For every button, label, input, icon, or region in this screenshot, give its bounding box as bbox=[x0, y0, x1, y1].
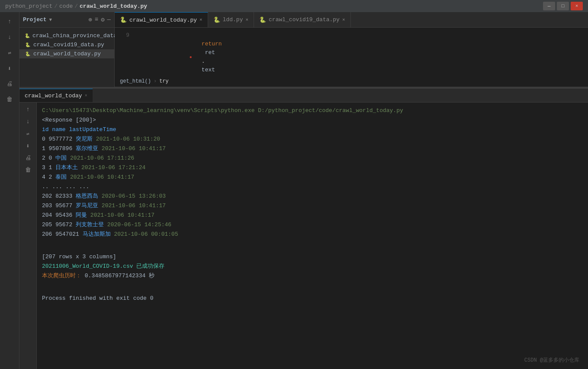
maximize-button[interactable]: □ bbox=[557, 2, 569, 10]
line-numbers: 9 bbox=[115, 28, 132, 76]
bc-try: try bbox=[159, 78, 169, 84]
data-row-0: 0 9577772 突尼斯 2021-10-06 10:31:20 bbox=[42, 135, 583, 144]
process-end-text: Process finished with exit code 0 bbox=[42, 295, 153, 302]
response-text: <Response [200]> bbox=[42, 117, 96, 123]
down-button[interactable]: ↓ bbox=[3, 31, 16, 43]
print-button[interactable]: 🖨 bbox=[3, 78, 16, 90]
up-button[interactable]: ↑ bbox=[3, 16, 16, 28]
data-row-1: 1 9507896 塞尔维亚 2021-10-06 10:41:17 bbox=[42, 144, 583, 154]
add-icon[interactable]: ⊕ bbox=[88, 16, 92, 23]
file-name-covid: crawl_covid19_data.py bbox=[33, 42, 104, 48]
close-button[interactable]: × bbox=[571, 2, 583, 10]
scroll-down-btn[interactable]: ↓ bbox=[22, 116, 34, 127]
file-item-world[interactable]: 🐍 crawl_world_today.py bbox=[19, 49, 114, 58]
scroll-up-btn[interactable]: ↑ bbox=[22, 104, 34, 115]
terminal-tabs: crawl_world_today × bbox=[19, 89, 588, 103]
ellipsis-row: .. ... ... ... bbox=[42, 182, 583, 192]
blank-line-2 bbox=[42, 284, 583, 294]
breadcrumb-project: python_project bbox=[5, 3, 52, 10]
clear-terminal-btn[interactable]: 🗑 bbox=[22, 165, 34, 175]
code-dot: . bbox=[202, 58, 205, 64]
minimize-button[interactable]: — bbox=[543, 2, 555, 10]
editor-breadcrumb: get_html() › try bbox=[115, 76, 588, 87]
delete-button[interactable]: 🗑 bbox=[3, 93, 16, 106]
file-name-world: crawl_world_today.py bbox=[33, 51, 101, 57]
summary-line: [207 rows x 3 columns] bbox=[42, 252, 583, 262]
table-header-row: id name lastUpdateTime bbox=[42, 125, 583, 135]
save-terminal-btn[interactable]: ⬇ bbox=[22, 141, 34, 151]
tab-label-ldd: ldd.py bbox=[223, 16, 243, 23]
save-message-line: 20211006_World_COVID-19.csv 已成功保存 bbox=[42, 262, 583, 271]
tab-close-covid[interactable]: × bbox=[342, 17, 345, 22]
tab-icon-world: 🐍 bbox=[120, 16, 127, 23]
bc-func: get_html() bbox=[120, 78, 151, 84]
code-content[interactable]: ● return ret . text bbox=[132, 28, 588, 76]
project-icons: ⊕ ≡ ⚙ — bbox=[88, 16, 111, 23]
tab-covid-data[interactable]: 🐍 crawl_covid19_data.py × bbox=[254, 12, 350, 27]
left-toolbar: ↑ ↓ ⇌ ⬇ 🖨 🗑 bbox=[0, 12, 19, 369]
python-icon: 🐍 bbox=[25, 42, 31, 48]
tab-icon-ldd: 🐍 bbox=[213, 16, 220, 23]
window-titlebar: python_project / code / crawl_world_toda… bbox=[0, 0, 588, 12]
file-item-china[interactable]: 🐍 crawl_china_province_data.py bbox=[19, 31, 114, 40]
tab-label-covid: crawl_covid19_data.py bbox=[269, 16, 340, 23]
download-button[interactable]: ⬇ bbox=[3, 62, 16, 74]
gear-icon[interactable]: ⚙ bbox=[101, 16, 104, 23]
code-attr: text bbox=[202, 67, 215, 73]
file-item-covid[interactable]: 🐍 crawl_covid19_data.py bbox=[19, 40, 114, 49]
line-number-9: 9 bbox=[117, 31, 129, 40]
project-panel-header: Project ▼ ⊕ ≡ ⚙ — bbox=[19, 12, 114, 28]
process-end-line: Process finished with exit code 0 bbox=[42, 294, 583, 303]
data-row-4: 4 2 泰国 2021-10-06 10:41:17 bbox=[42, 173, 583, 182]
python-icon: 🐍 bbox=[25, 33, 30, 39]
data-row-3: 3 1 日本本土 2021-10-06 17:21:24 bbox=[42, 163, 583, 173]
code-view: 9 ● return ret . text bbox=[115, 28, 588, 76]
terminal-output[interactable]: C:\Users\15473\Desktop\Machine_learning\… bbox=[37, 103, 588, 369]
window-controls: — □ × bbox=[543, 2, 583, 10]
breadcrumb: python_project / code / crawl_world_toda… bbox=[5, 3, 147, 10]
data-row-2: 2 0 中国 2021-10-06 17:11:26 bbox=[42, 154, 583, 163]
tab-close-ldd[interactable]: × bbox=[245, 17, 248, 22]
time-line: 本次爬虫历时： 0.3485867977142334 秒 bbox=[42, 271, 583, 281]
tab-crawl-world[interactable]: 🐍 crawl_world_today.py × bbox=[115, 12, 208, 27]
code-line-9: ● return ret . text bbox=[135, 31, 588, 76]
wrap-text-btn[interactable]: ⇌ bbox=[22, 128, 34, 139]
csdn-watermark: CSDN @蓝多多的小仓库 bbox=[524, 356, 579, 364]
tab-icon-covid: 🐍 bbox=[259, 16, 266, 23]
project-dropdown-icon[interactable]: ▼ bbox=[49, 17, 52, 22]
table-header: id name lastUpdateTime bbox=[42, 126, 116, 133]
tab-ldd[interactable]: 🐍 ldd.py × bbox=[208, 12, 254, 27]
print-terminal-btn[interactable]: 🖨 bbox=[22, 153, 34, 163]
code-var: ret bbox=[202, 49, 215, 56]
blank-line bbox=[42, 243, 583, 252]
tail-row-202: 202 82333 格恩西岛 2020-06-15 13:26:03 bbox=[42, 192, 583, 201]
breadcrumb-code: code bbox=[59, 3, 73, 10]
save-message: 20211006_World_COVID-19.csv 已成功保存 bbox=[42, 263, 164, 270]
python-icon: 🐍 bbox=[25, 51, 31, 57]
time-value: 0.3485867977142334 秒 bbox=[85, 273, 154, 279]
breadcrumb-file: crawl_world_today.py bbox=[80, 3, 147, 10]
project-file-list: 🐍 crawl_china_province_data.py 🐍 crawl_c… bbox=[19, 28, 114, 62]
terminal-response-line: <Response [200]> bbox=[42, 116, 583, 125]
tab-close-world[interactable]: × bbox=[199, 17, 202, 22]
wrap-button[interactable]: ⇌ bbox=[3, 47, 16, 59]
terminal-tab-label: crawl_world_today bbox=[25, 93, 82, 99]
list-icon[interactable]: ≡ bbox=[95, 16, 98, 23]
terminal-section: crawl_world_today × ↑ ↓ ⇌ ⬇ 🖨 🗑 C:\ bbox=[19, 88, 588, 369]
terminal-command-line: C:\Users\15473\Desktop\Machine_learning\… bbox=[42, 106, 583, 116]
tail-row-205: 205 95672 列支敦士登 2020-06-15 14:25:46 bbox=[42, 220, 583, 230]
breakpoint-area: ● bbox=[135, 44, 144, 71]
terminal-body: ↑ ↓ ⇌ ⬇ 🖨 🗑 C:\Users\15473\Desktop\Machi… bbox=[19, 103, 588, 369]
minimize-panel-icon[interactable]: — bbox=[107, 16, 111, 23]
terminal-tab-world[interactable]: crawl_world_today × bbox=[19, 89, 93, 102]
editor-tabs: 🐍 crawl_world_today.py × 🐍 ldd.py × 🐍 cr… bbox=[115, 12, 588, 28]
time-label: 本次爬虫历时： bbox=[42, 273, 81, 279]
summary-text: [207 rows x 3 columns] bbox=[42, 253, 116, 260]
project-title: Project bbox=[23, 16, 47, 23]
file-name-china: crawl_china_province_data.py bbox=[32, 32, 127, 39]
command-path: C:\Users\15473\Desktop\Machine_learning\… bbox=[42, 107, 403, 114]
keyword-return: return bbox=[202, 41, 222, 47]
terminal-tab-close[interactable]: × bbox=[85, 93, 87, 98]
tab-label-world: crawl_world_today.py bbox=[129, 17, 197, 23]
terminal-toolbar: ↑ ↓ ⇌ ⬇ 🖨 🗑 bbox=[19, 103, 37, 369]
